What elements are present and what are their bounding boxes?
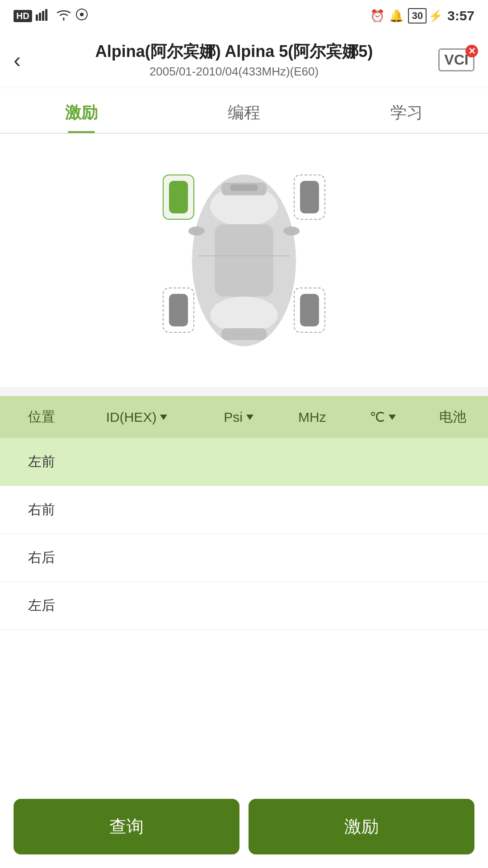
td-psi-1 bbox=[201, 486, 276, 534]
header-main-title: Alpina(阿尔宾娜) Alpina 5(阿尔宾娜5) bbox=[30, 41, 438, 63]
td-battery-3 bbox=[418, 582, 488, 630]
td-id-2 bbox=[72, 534, 201, 582]
vci-status-dot: ✕ bbox=[465, 45, 478, 57]
tire-rear-right-inner bbox=[300, 294, 319, 326]
td-mhz-1 bbox=[276, 486, 348, 534]
th-position: 位置 bbox=[0, 396, 72, 438]
hd-icon: HD bbox=[14, 10, 32, 22]
td-celsius-3 bbox=[348, 582, 417, 630]
psi-sort-icon[interactable] bbox=[246, 415, 253, 420]
td-id-0 bbox=[72, 438, 201, 486]
td-id-1 bbox=[72, 486, 201, 534]
svg-rect-15 bbox=[230, 184, 258, 191]
svg-rect-3 bbox=[45, 9, 47, 21]
battery-indicator: 30 ⚡ bbox=[408, 8, 442, 24]
td-psi-0 bbox=[201, 438, 276, 486]
back-button[interactable]: ‹ bbox=[14, 47, 21, 72]
td-id-3 bbox=[72, 582, 201, 630]
tab-jili[interactable]: 激励 bbox=[0, 88, 163, 133]
signal-icon bbox=[36, 8, 52, 24]
car-diagram bbox=[131, 152, 357, 369]
header-sub-title: 2005/01-2010/04(433MHz)(E60) bbox=[30, 65, 438, 79]
td-celsius-1 bbox=[348, 486, 417, 534]
sensor-data-table: 位置 ID(HEX) Psi MHz ℃ bbox=[0, 396, 488, 630]
activate-button[interactable]: 激励 bbox=[249, 799, 474, 854]
car-diagram-area bbox=[0, 134, 488, 387]
bell-icon: 🔔 bbox=[389, 9, 404, 23]
time: 3:57 bbox=[447, 8, 474, 24]
svg-point-12 bbox=[188, 226, 205, 236]
td-battery-1 bbox=[418, 486, 488, 534]
charging-icon: ⚡ bbox=[428, 9, 443, 23]
header: ‹ Alpina(阿尔宾娜) Alpina 5(阿尔宾娜5) 2005/01-2… bbox=[0, 32, 488, 88]
td-mhz-3 bbox=[276, 582, 348, 630]
td-psi-2 bbox=[201, 534, 276, 582]
td-position-3: 左后 bbox=[0, 582, 72, 630]
td-psi-3 bbox=[201, 582, 276, 630]
table-row: 右前 bbox=[0, 486, 488, 534]
table-row: 右后 bbox=[0, 534, 488, 582]
celsius-sort-icon[interactable] bbox=[389, 415, 396, 420]
td-position-1: 右前 bbox=[0, 486, 72, 534]
svg-point-13 bbox=[283, 226, 300, 236]
th-id-hex: ID(HEX) bbox=[72, 396, 201, 438]
section-divider bbox=[0, 387, 488, 396]
svg-rect-11 bbox=[221, 328, 267, 340]
td-position-2: 右后 bbox=[0, 534, 72, 582]
tire-rear-left-inner bbox=[169, 294, 188, 326]
tabs: 激励 编程 学习 bbox=[0, 88, 488, 134]
th-mhz: MHz bbox=[276, 396, 348, 438]
status-right: ⏰ 🔔 30 ⚡ 3:57 bbox=[370, 8, 474, 24]
svg-rect-9 bbox=[215, 224, 273, 297]
wifi-icon bbox=[56, 8, 72, 24]
td-mhz-2 bbox=[276, 534, 348, 582]
th-battery: 电池 bbox=[418, 396, 488, 438]
svg-rect-1 bbox=[39, 13, 41, 21]
vci-badge[interactable]: VCI ✕ bbox=[438, 48, 474, 71]
td-mhz-0 bbox=[276, 438, 348, 486]
tab-xuexi[interactable]: 学习 bbox=[325, 88, 488, 133]
td-position-0: 左前 bbox=[0, 438, 72, 486]
bottom-buttons: 查询 激励 bbox=[0, 785, 488, 868]
td-battery-2 bbox=[418, 534, 488, 582]
tire-front-right[interactable] bbox=[294, 175, 325, 220]
td-celsius-2 bbox=[348, 534, 417, 582]
th-psi: Psi bbox=[201, 396, 276, 438]
header-titles: Alpina(阿尔宾娜) Alpina 5(阿尔宾娜5) 2005/01-201… bbox=[30, 41, 438, 79]
svg-rect-2 bbox=[42, 11, 44, 21]
svg-point-8 bbox=[210, 297, 278, 333]
td-battery-0 bbox=[418, 438, 488, 486]
table-row: 左前 bbox=[0, 438, 488, 486]
svg-rect-0 bbox=[36, 14, 38, 21]
tire-front-right-inner bbox=[300, 181, 319, 213]
table-header-row: 位置 ID(HEX) Psi MHz ℃ bbox=[0, 396, 488, 438]
tire-front-left-inner bbox=[169, 181, 188, 213]
tab-biancheng[interactable]: 编程 bbox=[163, 88, 325, 133]
status-left: HD bbox=[14, 8, 88, 24]
th-celsius: ℃ bbox=[348, 396, 417, 438]
id-hex-sort-icon[interactable] bbox=[160, 415, 167, 420]
tire-rear-left[interactable] bbox=[163, 288, 194, 333]
status-bar: HD ⏰ 🔔 30 ⚡ bbox=[0, 0, 488, 32]
tire-front-left[interactable] bbox=[163, 175, 194, 220]
alarm-icon: ⏰ bbox=[370, 9, 385, 23]
td-celsius-0 bbox=[348, 438, 417, 486]
compass-icon bbox=[75, 8, 88, 24]
query-button[interactable]: 查询 bbox=[14, 799, 239, 854]
svg-point-5 bbox=[80, 13, 84, 16]
table-row: 左后 bbox=[0, 582, 488, 630]
tire-rear-right[interactable] bbox=[294, 288, 325, 333]
